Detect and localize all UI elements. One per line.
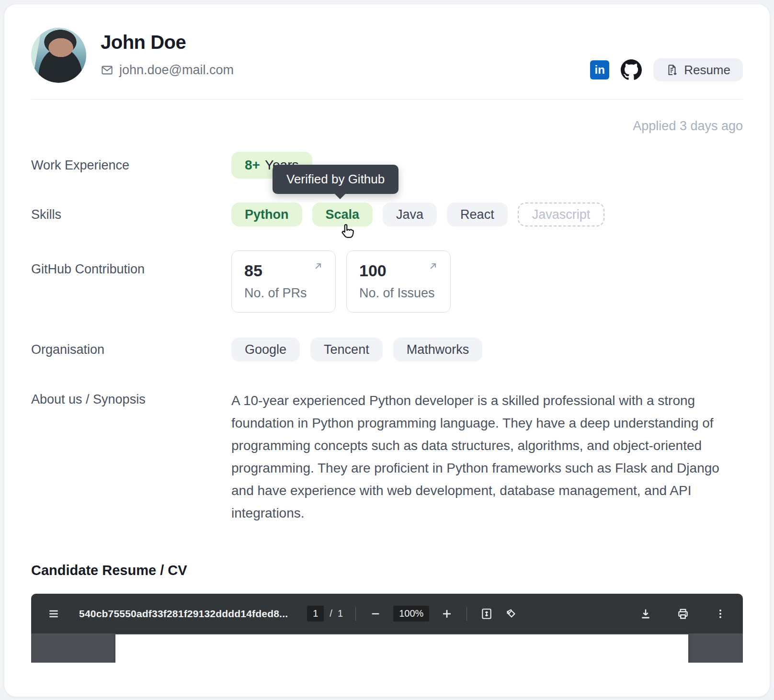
fit-page-icon[interactable]: [479, 607, 494, 621]
prs-count: 85: [244, 261, 323, 280]
skill-badge-python[interactable]: Python: [231, 203, 302, 226]
candidate-email: john.doe@mail.com: [119, 63, 234, 78]
organisation-label: Organisation: [31, 338, 231, 361]
pdf-filename: 540cb75550adf33f281f29132dddd14fded8...: [79, 608, 288, 620]
prs-caption: No. of PRs: [244, 286, 323, 301]
page-count: / 1: [330, 608, 343, 619]
external-link-icon: [427, 260, 439, 272]
mail-icon: [101, 64, 114, 77]
pdf-canvas-area[interactable]: [31, 633, 743, 663]
candidate-name: John Doe: [101, 32, 590, 53]
issues-caption: No. of Issues: [359, 286, 438, 301]
hand-cursor-icon: [339, 223, 356, 240]
avatar: [31, 28, 86, 83]
more-options-icon[interactable]: [713, 607, 728, 621]
external-link-icon: [312, 260, 324, 272]
resume-button-label: Resume: [684, 63, 730, 78]
resume-section-title: Candidate Resume / CV: [31, 563, 743, 578]
synopsis-label: About us / Synopsis: [31, 389, 231, 407]
github-contribution-row: GitHub Contribution 85 No. of PRs 100: [31, 250, 743, 313]
github-icon[interactable]: [621, 59, 642, 80]
resume-file-icon: [666, 64, 678, 76]
zoom-in-icon[interactable]: [440, 607, 454, 621]
skill-badge-react[interactable]: React: [447, 203, 508, 226]
issues-stat-card[interactable]: 100 No. of Issues: [346, 250, 451, 313]
synopsis-text: A 10-year experienced Python developer i…: [231, 389, 725, 524]
verified-tooltip: Verified by Github: [273, 165, 398, 194]
pdf-viewer: 540cb75550adf33f281f29132dddd14fded8... …: [31, 594, 743, 663]
page-number-input[interactable]: 1: [307, 606, 324, 621]
resume-button[interactable]: Resume: [653, 58, 743, 81]
rotate-icon[interactable]: [504, 607, 519, 621]
org-badge-mathworks: Mathworks: [393, 338, 483, 361]
download-icon[interactable]: [638, 607, 653, 621]
skills-label: Skills: [31, 203, 231, 226]
work-experience-label: Work Experience: [31, 152, 231, 179]
print-icon[interactable]: [676, 607, 690, 621]
menu-icon[interactable]: [46, 607, 61, 621]
org-badge-google: Google: [231, 338, 300, 361]
pdf-page: [115, 634, 688, 663]
linkedin-icon[interactable]: in: [590, 60, 609, 79]
pdf-toolbar: 540cb75550adf33f281f29132dddd14fded8... …: [31, 594, 743, 633]
issues-count: 100: [359, 261, 438, 280]
organisation-row: Organisation Google Tencent Mathworks: [31, 338, 743, 361]
skills-row: Skills Verified by Github Python Scala J…: [31, 203, 743, 226]
skill-badge-javascript[interactable]: Javascript: [518, 203, 605, 226]
org-badge-tencent: Tencent: [310, 338, 383, 361]
synopsis-row: About us / Synopsis A 10-year experience…: [31, 389, 743, 524]
prs-stat-card[interactable]: 85 No. of PRs: [231, 250, 336, 313]
toolbar-divider: [355, 607, 356, 621]
profile-header: John Doe john.doe@mail.com in: [31, 4, 743, 83]
header-divider: [31, 99, 743, 100]
github-contribution-label: GitHub Contribution: [31, 250, 231, 277]
applied-timestamp: Applied 3 days ago: [31, 119, 743, 134]
skill-badge-java[interactable]: Java: [383, 203, 437, 226]
toolbar-divider: [467, 607, 467, 621]
candidate-profile-card: John Doe john.doe@mail.com in: [4, 4, 770, 697]
zoom-out-icon[interactable]: [368, 607, 383, 621]
zoom-level: 100%: [393, 606, 429, 621]
